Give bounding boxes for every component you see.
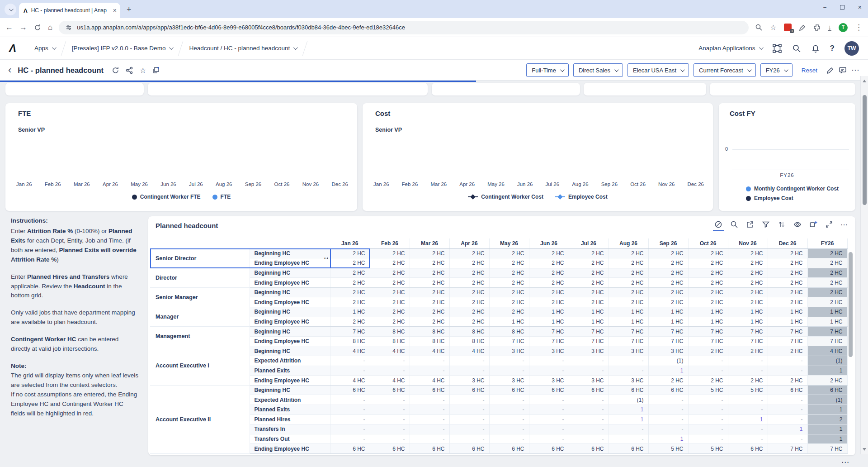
row-header-line-item[interactable]: Ending Employee HC (250, 278, 330, 288)
grid-cell[interactable]: - (688, 405, 728, 415)
grid-cell[interactable]: - (410, 424, 449, 434)
grid-cell[interactable]: 2 HC (807, 258, 847, 268)
add-card-icon[interactable] (809, 220, 818, 229)
grid-cell[interactable]: 7 HC (807, 336, 847, 346)
sort-icon[interactable] (777, 220, 786, 229)
grid-cell[interactable]: 1 (648, 434, 688, 444)
grid-cell[interactable]: - (688, 434, 728, 444)
column-header[interactable]: Feb 26 (370, 238, 410, 248)
grid-cell[interactable]: (1) (807, 395, 847, 405)
grid-cell[interactable]: 7 HC (569, 327, 609, 337)
tab-search-button[interactable] (5, 4, 16, 15)
board-overflow-icon[interactable]: ⋯ (841, 457, 850, 467)
grid-cell[interactable]: - (449, 434, 489, 444)
grid-cell[interactable]: 6 HC (330, 385, 370, 395)
grid-cell[interactable]: - (410, 415, 449, 424)
row-header-job[interactable]: Director (150, 268, 250, 287)
grid-cell[interactable]: 7 HC (688, 327, 728, 337)
grid-cell[interactable]: 2 HC (648, 268, 688, 278)
grid-cell[interactable]: 3 HC (609, 376, 648, 386)
grid-cell[interactable]: 2 HC (370, 248, 410, 258)
grid-cell[interactable]: 4 HC (330, 346, 370, 356)
grid-cell[interactable]: - (688, 356, 728, 366)
grid-cell[interactable]: 2 HC (768, 248, 807, 258)
grid-cell[interactable]: 6 HC (609, 444, 648, 454)
more-options-icon[interactable]: ⋯ (851, 65, 860, 75)
grid-cell[interactable]: - (489, 434, 529, 444)
grid-cell[interactable]: 2 HC (489, 278, 529, 288)
back-icon[interactable]: ← (5, 23, 13, 32)
grid-cell[interactable]: 7 HC (768, 336, 807, 346)
grid-cell[interactable]: 3 HC (609, 346, 648, 356)
grid-cell[interactable]: 6 HC (410, 385, 449, 395)
reload-icon[interactable] (33, 24, 42, 32)
grid-cell[interactable]: 2 HC (330, 248, 370, 258)
grid-cell[interactable]: 2 HC (807, 278, 847, 288)
grid-cell[interactable]: 3 HC (529, 376, 569, 386)
row-header-job[interactable]: Manager (150, 307, 250, 327)
grid-cell[interactable]: 2 HC (648, 248, 688, 258)
grid-cell[interactable]: - (768, 434, 807, 444)
grid-cell[interactable]: 8 HC (330, 336, 370, 346)
grid-cell[interactable]: 2 HC (768, 287, 807, 297)
grid-cell[interactable]: 8 HC (489, 327, 529, 337)
row-header-line-item[interactable]: Planned Exits (250, 405, 330, 415)
grid-cell[interactable]: 2 HC (609, 248, 648, 258)
export-icon[interactable] (745, 220, 755, 229)
grid-cell[interactable]: 5 HC (688, 444, 728, 454)
grid-cell[interactable]: 6 HC (449, 385, 489, 395)
downloads-icon[interactable]: ↓ (828, 24, 832, 31)
show-hide-eye-icon[interactable] (793, 220, 802, 229)
grid-cell[interactable]: - (648, 415, 688, 424)
grid-cell[interactable]: - (768, 415, 807, 424)
address-bar[interactable]: us1a.app.anaplan.com/a/apps/app/a38f1edc… (59, 21, 749, 34)
grid-cell[interactable]: - (648, 395, 688, 405)
grid-cell[interactable]: 2 HC (529, 248, 569, 258)
grid-cell[interactable]: 2 HC (807, 376, 847, 386)
grid-cell[interactable]: 1 (807, 434, 847, 444)
grid-cell[interactable]: 2 HC (648, 258, 688, 268)
grid-cell[interactable]: 1 (648, 366, 688, 376)
grid-cell[interactable]: - (688, 424, 728, 434)
grid-cell[interactable]: - (569, 395, 609, 405)
grid-cell[interactable]: 2 HC (410, 258, 449, 268)
share-icon[interactable] (126, 67, 133, 74)
window-minimize-button[interactable]: – (823, 4, 826, 10)
edit-extension-icon[interactable] (799, 24, 806, 31)
grid-cell[interactable]: 6 HC (569, 444, 609, 454)
grid-cell[interactable]: 7 HC (688, 336, 728, 346)
grid-cell[interactable]: - (449, 405, 489, 415)
grid-cell[interactable]: 3 HC (569, 376, 609, 386)
grid-cell[interactable]: 7 HC (648, 327, 688, 337)
grid-cell[interactable]: 2 HC (688, 278, 728, 288)
row-header-line-item[interactable]: Beginning HC (250, 307, 330, 317)
grid-cell[interactable]: - (489, 366, 529, 376)
board-selector[interactable]: Headcount / HC - planned headcount (181, 45, 305, 52)
column-header[interactable]: May 26 (489, 238, 529, 248)
grid-cell[interactable]: 7 HC (807, 444, 847, 454)
grid-cell[interactable]: 1 (807, 424, 847, 434)
grid-cell[interactable]: - (489, 424, 529, 434)
grid-cell[interactable]: (1) (807, 356, 847, 366)
workflow-icon[interactable] (772, 43, 782, 53)
grid-cell[interactable]: 2 HC (489, 268, 529, 278)
grid-cell[interactable]: - (648, 405, 688, 415)
grid-cell[interactable]: - (489, 356, 529, 366)
column-header[interactable]: Sep 26 (648, 238, 688, 248)
grid-cell[interactable]: - (529, 405, 569, 415)
grid-cell[interactable]: 2 HC (728, 258, 768, 268)
grid-cell[interactable]: 1 HC (768, 317, 807, 327)
grid-cell[interactable]: 2 HC (728, 248, 768, 258)
row-header-job[interactable]: Senior Manager (150, 287, 250, 307)
grid-cell[interactable]: - (728, 424, 768, 434)
grid-cell[interactable]: 7 HC (609, 336, 648, 346)
grid-cell[interactable]: 2 HC (449, 268, 489, 278)
grid-cell[interactable]: 2 HC (449, 307, 489, 317)
edit-pencil-icon[interactable] (826, 67, 834, 74)
grid-cell[interactable]: 2 HC (648, 287, 688, 297)
row-header-line-item[interactable]: Transfers Out (250, 434, 330, 444)
row-header-line-item[interactable]: Ending Employee HC (250, 297, 330, 307)
grid-cell[interactable]: 2 HC (330, 287, 370, 297)
grid-cell[interactable]: 4 HC (410, 346, 449, 356)
grid-cell[interactable]: 7 HC (648, 336, 688, 346)
